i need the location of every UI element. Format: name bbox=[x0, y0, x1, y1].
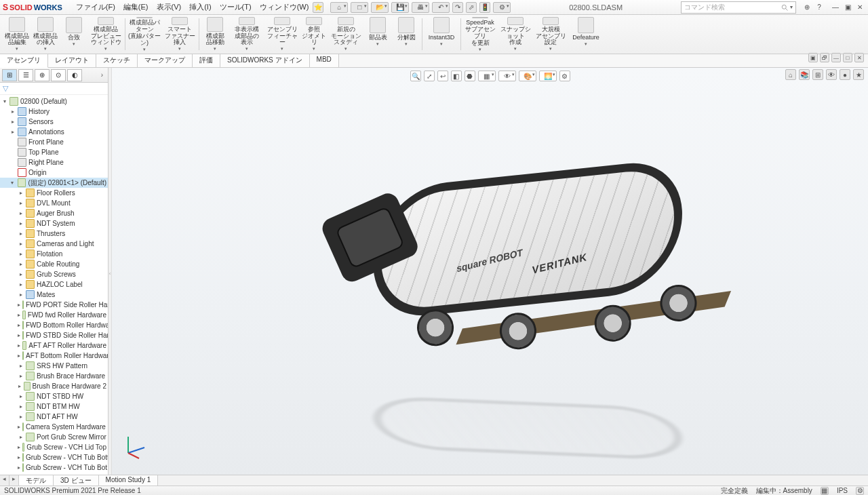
tree-item-26[interactable]: ▸Brush Brace Hardware bbox=[0, 371, 108, 381]
tree-item-19[interactable]: ▸FWD PORT Side Roller Hardware bbox=[0, 300, 108, 310]
previous-view-icon[interactable]: ↩ bbox=[437, 71, 448, 81]
doc-close-icon[interactable]: ✕ bbox=[854, 53, 864, 62]
close-icon[interactable]: ✕ bbox=[854, 2, 865, 13]
model-3d[interactable]: square ROBOT VERITANK bbox=[260, 124, 721, 406]
tree-item-6[interactable]: Origin bbox=[0, 167, 108, 178]
tree-item-17[interactable]: ▸HAZLOC Label bbox=[0, 279, 108, 290]
apply-scene-icon[interactable]: 🌅 bbox=[539, 71, 557, 81]
tree-item-31[interactable]: ▸Camera System Hardware Patte bbox=[0, 422, 108, 432]
menu-ツール[interactable]: ツール(T) bbox=[216, 0, 256, 14]
menu-ファイル[interactable]: ファイル(F) bbox=[72, 0, 119, 14]
tree-item-4[interactable]: Top Plane bbox=[0, 147, 108, 157]
menu-挿入[interactable]: 挿入(I) bbox=[185, 0, 215, 14]
web-help-icon[interactable]: ⊕ bbox=[802, 2, 812, 13]
tree-item-11[interactable]: ▸NDT System bbox=[0, 218, 108, 229]
tree-item-20[interactable]: ▸FWD fwd Roller Hardware bbox=[0, 310, 108, 320]
tree-item-27[interactable]: ▸Brush Brace Hardware 2 bbox=[0, 381, 108, 391]
undo-icon[interactable]: ↶ bbox=[432, 2, 450, 13]
menu-編集[interactable]: 編集(E) bbox=[119, 0, 153, 14]
tree-item-23[interactable]: ▸AFT AFT Roller Hardware bbox=[0, 340, 108, 351]
tree-item-24[interactable]: ▸AFT Bottom Roller Hardware H bbox=[0, 351, 108, 361]
dimxpert-manager-tab[interactable]: ⊙ bbox=[51, 69, 66, 81]
ribbon-btn-15[interactable]: スナップショット 作成▾ bbox=[498, 16, 533, 53]
tree-item-0[interactable]: ▸History bbox=[0, 106, 108, 117]
tree-item-12[interactable]: ▸Thrusters bbox=[0, 229, 108, 239]
options-icon[interactable]: ⚙ bbox=[493, 2, 511, 13]
status-units[interactable]: IPS bbox=[837, 487, 848, 494]
task-pane-appearance-icon[interactable]: ● bbox=[840, 69, 850, 80]
orientation-triad[interactable] bbox=[121, 433, 149, 460]
home-icon[interactable]: ⌂ bbox=[330, 2, 348, 13]
cmd-tab-4[interactable]: 評価 bbox=[193, 54, 220, 67]
tree-item-2[interactable]: ▸Annotations bbox=[0, 127, 108, 137]
expand-panel-icon[interactable]: › bbox=[98, 71, 106, 79]
tree-item-9[interactable]: ▸DVL Mount bbox=[0, 198, 108, 208]
ribbon-btn-1[interactable]: 構成部品 の挿入▾ bbox=[31, 16, 60, 53]
ribbon-btn-14[interactable]: SpeedPak サブアセンブリ を更新▾ bbox=[462, 16, 498, 53]
tree-item-30[interactable]: ▸NDT AFT HW bbox=[0, 412, 108, 422]
maximize-icon[interactable]: ▣ bbox=[842, 2, 853, 13]
ribbon-btn-6[interactable]: 構成部 品移動▾ bbox=[201, 16, 229, 53]
task-pane-home-icon[interactable]: ⌂ bbox=[785, 69, 796, 80]
graphics-viewport[interactable]: 🔍 ⤢ ↩ ◧ ⬣ ▦ 👁 🎨 🌅 ⚙ ⌂ 📚 ⊞ 👁 ● ★ bbox=[112, 68, 868, 479]
cmd-tab-6[interactable]: MBD bbox=[310, 54, 339, 67]
section-view-icon[interactable]: ◧ bbox=[451, 71, 462, 81]
save-icon[interactable]: 💾 bbox=[391, 2, 409, 13]
ribbon-btn-4[interactable]: 構成部品パターン (直線パターン)▾ bbox=[127, 16, 162, 53]
edit-appearance-icon[interactable]: 🎨 bbox=[519, 71, 536, 81]
cmd-tab-3[interactable]: マークアップ bbox=[138, 54, 193, 67]
doc-maximize-icon[interactable]: □ bbox=[843, 53, 852, 62]
ribbon-btn-13[interactable]: Instant3D▾ bbox=[424, 16, 459, 53]
status-settings-icon[interactable]: ⚙ bbox=[856, 487, 864, 495]
task-pane-view-icon[interactable]: 👁 bbox=[826, 69, 837, 80]
tree-item-3[interactable]: Front Plane bbox=[0, 137, 108, 147]
doc-tile-icon[interactable]: ▣ bbox=[808, 53, 818, 62]
tree-item-34[interactable]: ▸Grub Screw - VCH Tub Bottom bbox=[0, 452, 108, 462]
feature-tree[interactable]: ▾02800 (Default)▸History▸Sensors▸Annotat… bbox=[0, 95, 108, 479]
ribbon-btn-7[interactable]: 非表示構 成部品の 表示▾ bbox=[229, 16, 264, 53]
rebuild-icon[interactable]: 🚦 bbox=[479, 2, 490, 13]
tree-item-21[interactable]: ▸FWD Bottom Roller Hardware bbox=[0, 320, 108, 330]
tree-item-7[interactable]: ▾(固定) 02801<1> (Default) bbox=[0, 178, 108, 188]
menu-overflow-icon[interactable]: ⭐ bbox=[313, 2, 323, 13]
minimize-icon[interactable]: — bbox=[830, 2, 841, 13]
ribbon-btn-11[interactable]: 部品表▾ bbox=[363, 16, 392, 53]
cmd-tab-2[interactable]: スケッチ bbox=[96, 54, 138, 67]
tree-item-35[interactable]: ▸Grub Screw - VCH Tub Bot - Le bbox=[0, 462, 108, 473]
task-pane-resources-icon[interactable]: 📚 bbox=[799, 69, 810, 80]
open-icon[interactable]: 📂 bbox=[371, 2, 389, 13]
ribbon-btn-10[interactable]: 新規の モーション スタディ▾ bbox=[328, 16, 363, 53]
tree-item-29[interactable]: ▸NDT BTM HW bbox=[0, 401, 108, 412]
tree-root[interactable]: ▾02800 (Default) bbox=[0, 96, 108, 106]
ribbon-btn-17[interactable]: Defeature▾ bbox=[568, 16, 604, 53]
zoom-area-icon[interactable]: ⤢ bbox=[424, 71, 435, 81]
feature-manager-tab[interactable]: ⊞ bbox=[2, 69, 17, 81]
new-icon[interactable]: □ bbox=[351, 2, 368, 13]
cmd-tab-5[interactable]: SOLIDWORKS アドイン bbox=[220, 54, 310, 67]
tree-item-5[interactable]: Right Plane bbox=[0, 157, 108, 167]
redo-icon[interactable]: ↷ bbox=[452, 2, 463, 13]
view-settings-icon[interactable]: ⚙ bbox=[559, 71, 570, 81]
configuration-manager-tab[interactable]: ⊕ bbox=[35, 69, 50, 81]
display-style-icon[interactable]: ▦ bbox=[478, 71, 496, 81]
menu-ウィンドウ[interactable]: ウィンドウ(W) bbox=[256, 0, 313, 14]
ribbon-btn-12[interactable]: 分解図▾ bbox=[392, 16, 420, 53]
tree-item-8[interactable]: ▸Floor Rollers bbox=[0, 188, 108, 198]
tree-item-28[interactable]: ▸NDT STBD HW bbox=[0, 391, 108, 401]
tree-item-16[interactable]: ▸Grub Screws bbox=[0, 269, 108, 279]
tree-item-33[interactable]: ▸Grub Screw - VCH Lid Top bbox=[0, 442, 108, 452]
property-manager-tab[interactable]: ☰ bbox=[18, 69, 33, 81]
display-manager-tab[interactable]: ◐ bbox=[67, 69, 82, 81]
tree-item-10[interactable]: ▸Auger Brush bbox=[0, 208, 108, 218]
tree-item-1[interactable]: ▸Sensors bbox=[0, 117, 108, 127]
tree-item-15[interactable]: ▸Cable Routing bbox=[0, 259, 108, 269]
tree-item-32[interactable]: ▸Port Grub Screw Mirror bbox=[0, 432, 108, 442]
help-icon[interactable]: ? bbox=[814, 2, 825, 13]
hide-show-icon[interactable]: 👁 bbox=[498, 71, 516, 81]
ribbon-btn-0[interactable]: 構成部品 品編集▾ bbox=[3, 16, 31, 53]
ribbon-btn-16[interactable]: 大規模 アセンブリ 設定▾ bbox=[533, 16, 568, 53]
cmd-tab-1[interactable]: レイアウト bbox=[48, 54, 96, 67]
menu-表示[interactable]: 表示(V) bbox=[153, 0, 186, 14]
tree-item-13[interactable]: ▸Cameras and Light bbox=[0, 239, 108, 249]
task-pane-design-icon[interactable]: ⊞ bbox=[812, 69, 823, 80]
